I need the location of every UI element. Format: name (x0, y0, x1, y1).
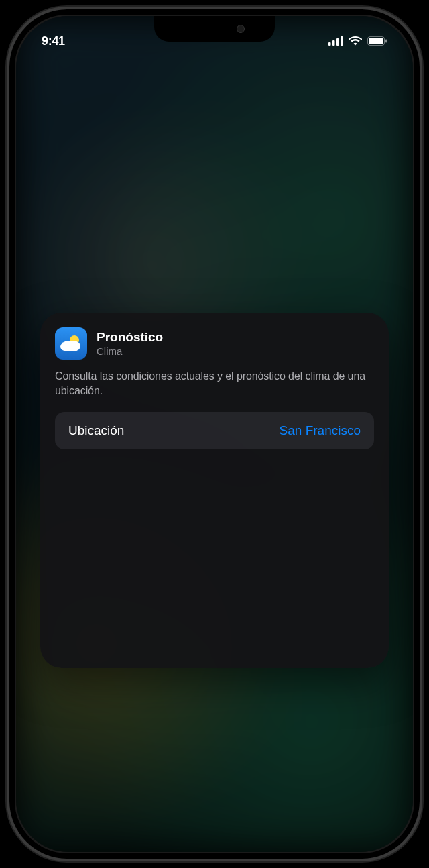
svg-rect-6 (385, 40, 387, 43)
svg-rect-5 (369, 38, 383, 44)
widget-app-name: Clima (97, 345, 163, 357)
widget-title-group: Pronóstico Clima (97, 330, 163, 357)
front-camera (237, 25, 245, 33)
widget-description: Consulta las condiciones actuales y el p… (55, 369, 374, 398)
svg-rect-3 (341, 36, 343, 46)
svg-rect-2 (336, 38, 339, 46)
widget-config-header: Pronóstico Clima (55, 327, 374, 360)
status-time: 9:41 (42, 34, 65, 48)
svg-point-9 (68, 341, 80, 351)
phone-screen: 9:41 (16, 16, 413, 852)
notch (154, 16, 275, 42)
status-indicators (328, 36, 387, 46)
battery-icon (367, 36, 387, 46)
cellular-signal-icon (328, 36, 343, 46)
location-setting-value: San Francisco (280, 423, 361, 438)
location-setting-label: Ubicación (68, 423, 124, 438)
svg-rect-1 (332, 40, 335, 46)
svg-rect-0 (328, 42, 331, 46)
svg-point-10 (60, 343, 70, 351)
location-setting-row[interactable]: Ubicación San Francisco (55, 412, 374, 449)
phone-frame: 9:41 (7, 7, 422, 861)
wifi-icon (349, 36, 362, 46)
weather-app-icon (55, 327, 87, 360)
widget-title: Pronóstico (97, 330, 163, 345)
widget-config-panel[interactable]: Pronóstico Clima Consulta las condicione… (40, 313, 389, 668)
